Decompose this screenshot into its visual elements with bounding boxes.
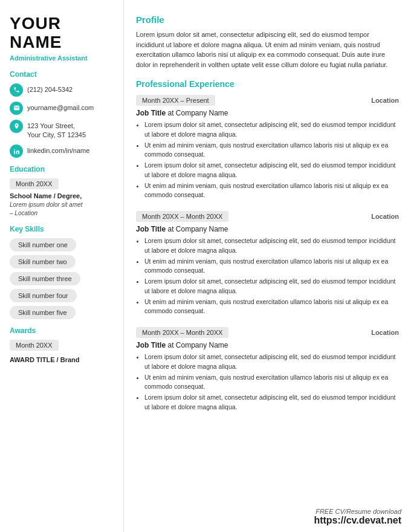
skill-5[interactable]: Skill number five (10, 306, 76, 319)
awards-label: Awards (10, 326, 114, 335)
main-content: Profile Lorem ipsum dolor sit amet, cons… (124, 0, 411, 532)
skill-4[interactable]: Skill number four (10, 289, 77, 302)
phone-icon (10, 83, 23, 97)
exp-date-2: Month 20XX – Month 20XX (136, 211, 228, 222)
sidebar-job-title: Administrative Assistant (10, 54, 114, 62)
linkedin-text: linkedin.com/in/name (27, 144, 89, 155)
bullet: Lorem ipsum dolor sit amet, consectetur … (144, 236, 399, 256)
exp-location-2: Location (371, 213, 399, 220)
education-badge: Month 20XX (10, 178, 59, 189)
exp-location-1: Location (371, 97, 399, 104)
profile-heading: Profile (136, 15, 399, 25)
exp-date-1: Month 20XX – Present (136, 95, 215, 106)
contact-phone: (212) 204-5342 (10, 83, 114, 97)
exp-location-3: Location (371, 329, 399, 336)
skill-2[interactable]: Skill number two (10, 255, 76, 268)
experience-section: Professional Experience Month 20XX – Pre… (136, 79, 399, 412)
exp-title-1: Job Title at Company Name (136, 109, 399, 117)
bullet: Ut enim ad minim veniam, quis nostrud ex… (144, 181, 399, 201)
resume-wrapper: YOUR NAME Administrative Assistant Conta… (0, 0, 411, 532)
school-detail: Lorem ipsum dolor sit amet– Location (10, 201, 114, 218)
contact-linkedin: linkedin.com/in/name (10, 144, 114, 158)
contact-label: Contact (10, 70, 114, 79)
footer-url: https://cv.devat.net (314, 515, 401, 526)
address-text: 123 Your Street,Your City, ST 12345 (27, 120, 86, 140)
bullet: Lorem ipsum dolor sit amet, consectetur … (144, 352, 399, 372)
bullet: Ut enim ad minim veniam, quis nostrud ex… (144, 373, 399, 392)
bullet: Lorem ipsum dolor sit amet, consectetur … (144, 161, 399, 180)
exp-entry-1: Month 20XX – Present Location Job Title … (136, 95, 399, 200)
profile-section: Profile Lorem ipsum dolor sit amet, cons… (136, 15, 399, 70)
name-line2: NAME (10, 33, 114, 52)
name-block: YOUR NAME Administrative Assistant (10, 15, 114, 62)
award-title: AWARD TITLE / Brand (10, 356, 114, 363)
contact-email: yourname@gmail.com (10, 102, 114, 115)
exp-entry-2: Month 20XX – Month 20XX Location Job Tit… (136, 211, 399, 316)
linkedin-icon (10, 144, 23, 158)
bullet: Ut enim ad minim veniam, quis nostrud ex… (144, 141, 399, 160)
footer-free-text: FREE CV/Resume download (314, 508, 401, 515)
name-line1: YOUR (10, 15, 114, 33)
exp-header-2: Month 20XX – Month 20XX Location (136, 211, 399, 222)
exp-title-2: Job Title at Company Name (136, 225, 399, 233)
exp-title-3: Job Title at Company Name (136, 341, 399, 349)
bullet: Lorem ipsum dolor sit amet, consectetur … (144, 393, 399, 412)
bullet: Lorem ipsum dolor sit amet, consectetur … (144, 277, 399, 296)
phone-text: (212) 204-5342 (27, 83, 73, 94)
address-icon (10, 120, 23, 133)
skill-1[interactable]: Skill number one (10, 238, 76, 251)
education-label: Education (10, 165, 114, 174)
exp-bullets-2: Lorem ipsum dolor sit amet, consectetur … (136, 236, 399, 316)
skill-3[interactable]: Skill number three (10, 272, 80, 285)
exp-header-1: Month 20XX – Present Location (136, 95, 399, 106)
profile-text: Lorem ipsum dolor sit amet, consectetur … (136, 30, 399, 70)
bullet: Lorem ipsum dolor sit amet, consectetur … (144, 120, 399, 140)
sidebar: YOUR NAME Administrative Assistant Conta… (0, 0, 124, 532)
contact-address: 123 Your Street,Your City, ST 12345 (10, 120, 114, 140)
skills-label: Key Skills (10, 225, 114, 233)
exp-entry-3: Month 20XX – Month 20XX Location Job Tit… (136, 327, 399, 412)
bullet: Ut enim ad minim veniam, quis nostrud ex… (144, 297, 399, 317)
bullet: Ut enim ad minim veniam, quis nostrud ex… (144, 257, 399, 276)
exp-bullets-1: Lorem ipsum dolor sit amet, consectetur … (136, 120, 399, 200)
email-icon (10, 102, 23, 115)
exp-bullets-3: Lorem ipsum dolor sit amet, consectetur … (136, 352, 399, 412)
exp-date-3: Month 20XX – Month 20XX (136, 327, 228, 338)
exp-header-3: Month 20XX – Month 20XX Location (136, 327, 399, 338)
experience-heading: Professional Experience (136, 79, 399, 89)
footer-watermark: FREE CV/Resume download https://cv.devat… (314, 508, 401, 526)
school-name: School Name / Degree, (10, 192, 114, 199)
awards-badge: Month 20XX (10, 340, 59, 351)
email-text: yourname@gmail.com (27, 102, 94, 112)
skills-list: Skill number one Skill number two Skill … (10, 238, 114, 323)
